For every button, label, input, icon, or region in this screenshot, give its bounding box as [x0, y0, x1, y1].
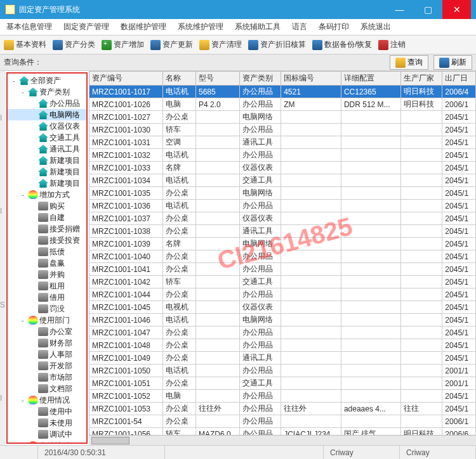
expand-icon[interactable]: - [19, 191, 27, 198]
toolbar-4[interactable]: 资产清理 [199, 39, 242, 50]
asset-grid[interactable]: CI21614825 资产编号名称型号资产类别国标编号详细配置生产厂家出厂日MR… [89, 71, 476, 435]
expand-icon[interactable]: - [19, 89, 27, 96]
expand-icon[interactable]: + [19, 443, 27, 444]
col-header[interactable]: 名称 [163, 72, 196, 86]
tree-node-5[interactable]: 交通工具 [8, 132, 86, 143]
horizontal-scrollbar[interactable] [89, 435, 476, 445]
menu-item-7[interactable]: 系统退出 [360, 22, 391, 32]
tree-node-2[interactable]: 办公用品 [8, 98, 86, 109]
expand-icon[interactable]: - [19, 397, 27, 404]
table-row[interactable]: MRZC1001-1032电话机办公用品2045/1 [89, 149, 476, 162]
table-row[interactable]: MRZC1001-1039名牌电脑网络2045/1 [89, 238, 476, 250]
menu-item-2[interactable]: 数据维护管理 [121, 22, 166, 32]
tree-node-28[interactable]: -使用情况 [8, 394, 86, 406]
tree-node-29[interactable]: 使用中 [8, 406, 86, 417]
close-button[interactable]: ✕ [442, 0, 471, 19]
refresh-button[interactable]: 刷新 [433, 55, 472, 70]
tree-node-16[interactable]: 盘赢 [8, 257, 86, 269]
tree-node-25[interactable]: 开发部 [8, 360, 86, 372]
maximize-button[interactable]: ▢ [414, 0, 442, 19]
toolbar-3[interactable]: 资产更新 [150, 39, 193, 50]
table-row[interactable]: MRZC1001-1044办公桌办公用品2045/1 [89, 288, 476, 301]
toolbar-5[interactable]: 资产折旧核算 [248, 39, 306, 50]
tree-node-8[interactable]: 新建项目 [8, 166, 86, 178]
col-header[interactable]: 出厂日 [442, 72, 476, 86]
table-row[interactable]: MRZC1001-1045电视机仪器仪表2045/1 [89, 301, 476, 314]
table-row[interactable]: MRZC1001-1048办公桌办公用品2045/1 [89, 339, 476, 352]
menu-item-1[interactable]: 固定资产管理 [63, 22, 109, 32]
table-row[interactable]: MRZC1001-1052电脑办公用品2045/1 [89, 390, 476, 403]
tree-node-26[interactable]: 市场部 [8, 372, 86, 383]
tree-node-13[interactable]: 接受捐赠 [8, 223, 86, 235]
col-header[interactable]: 型号 [195, 72, 239, 86]
toolbar-0[interactable]: 基本资料 [4, 39, 46, 50]
col-header[interactable]: 资产类别 [239, 72, 281, 86]
menu-item-6[interactable]: 条码打印 [319, 22, 349, 32]
menu-item-0[interactable]: 基本信息管理 [6, 22, 52, 32]
expand-icon[interactable]: - [19, 317, 27, 324]
table-row[interactable]: MRZC1001-1026电脑P4 2.0办公用品ZMDDR 512 M...明… [89, 98, 476, 111]
toolbar-2[interactable]: 资产增加 [102, 39, 144, 50]
tree-node-32[interactable]: +存放地點 [8, 440, 86, 444]
query-button[interactable]: 查询 [390, 55, 428, 70]
toolbar-7[interactable]: 注销 [378, 39, 406, 50]
tree-node-18[interactable]: 租用 [8, 280, 86, 292]
menu-item-3[interactable]: 系统维护管理 [178, 22, 223, 32]
tree-node-14[interactable]: 接受投资 [8, 235, 86, 246]
menu-item-4[interactable]: 系统辅助工具 [235, 22, 281, 32]
tree-node-21[interactable]: -使用部门 [8, 314, 86, 326]
tree-node-17[interactable]: 并购 [8, 269, 86, 280]
table-row[interactable]: MRZC1001-1040办公桌办公用品2045/1 [89, 250, 476, 263]
tree-node-4[interactable]: 仪器仪表 [8, 120, 86, 132]
tree-node-31[interactable]: 调试中 [8, 429, 86, 440]
tree-node-10[interactable]: -增加方式 [8, 189, 86, 200]
table-row[interactable]: MRZC1001-1046电话机电脑网络2045/1 [89, 314, 476, 326]
tree-node-11[interactable]: 购买 [8, 200, 86, 212]
tree-node-6[interactable]: 通讯工具 [8, 143, 86, 155]
col-header[interactable]: 资产编号 [89, 72, 163, 86]
tree-node-20[interactable]: 罚没 [8, 303, 86, 314]
table-row[interactable]: MRZC1001-1053办公桌往往外办公用品往往外adeaaes 4...往往… [89, 403, 476, 415]
table-row[interactable]: MRZC1001-1056轿车MAZD6.0办公用品JCIACJLJ234国产 … [89, 428, 476, 436]
col-header[interactable]: 国标编号 [281, 72, 341, 86]
toolbar-6[interactable]: 数据备份/恢复 [312, 39, 372, 50]
col-header[interactable]: 生产厂家 [400, 72, 442, 86]
table-row[interactable]: MRZC1001-1041办公桌办公用品2045/1 [89, 263, 476, 276]
menu-item-5[interactable]: 语言 [292, 22, 307, 32]
table-row[interactable]: MRZC1001-1037办公桌仪器仪表2045/1 [89, 212, 476, 225]
expand-icon[interactable]: - [10, 77, 18, 84]
tree-node-24[interactable]: 人事部 [8, 349, 86, 360]
table-row[interactable]: MRZC1001-1038办公桌通讯工具2045/1 [89, 225, 476, 238]
table-row[interactable]: MRZC1001-1047办公桌办公用品2045/1 [89, 326, 476, 339]
asset-tree[interactable]: -全部资产-资产类别办公用品电脑网络仪器仪表交通工具通讯工具新建项目新建项目新建… [6, 72, 88, 444]
table-row[interactable]: MRZC1001-1051办公桌交通工具2001/1 [89, 377, 476, 390]
tree-node-9[interactable]: 新建项目 [8, 178, 86, 189]
table-row[interactable]: MRZC1001-1049办公桌通讯工具2045/1 [89, 352, 476, 365]
table-row[interactable]: MRZC1001-1030轿车办公用品2045/1 [89, 124, 476, 136]
col-header[interactable]: 详细配置 [341, 72, 400, 86]
tree-node-27[interactable]: 文档部 [8, 383, 86, 394]
tree-node-22[interactable]: 办公室 [8, 326, 86, 337]
table-row[interactable]: MRZC1001-1035办公桌电脑网络2045/1 [89, 187, 476, 200]
tree-node-3[interactable]: 电脑网络 [8, 109, 86, 120]
table-row[interactable]: MRZC1001-1027办公桌电脑网络2045/1 [89, 111, 476, 124]
tree-node-0[interactable]: -全部资产 [8, 75, 86, 86]
tree-node-23[interactable]: 财务部 [8, 337, 86, 349]
table-row[interactable]: MRZC1001-1031空调通讯工具2045/1 [89, 136, 476, 149]
table-row[interactable]: MRZC1001-1042轿车交通工具2045/1 [89, 276, 476, 288]
tree-node-1[interactable]: -资产类别 [8, 86, 86, 98]
tree-node-30[interactable]: 未使用 [8, 417, 86, 429]
table-row[interactable]: MRZC1001-1033名牌仪器仪表2045/1 [89, 162, 476, 174]
table-row[interactable]: MRZC1001-1036电话机办公用品2045/1 [89, 200, 476, 212]
table-row[interactable]: MRZC1001-1034电话机交通工具2045/1 [89, 174, 476, 187]
table-row[interactable]: MRZC1001-1050电话机办公用品2001/1 [89, 365, 476, 377]
minimize-button[interactable]: — [385, 0, 414, 19]
toolbar-1[interactable]: 资产分类 [53, 39, 95, 50]
tree-node-7[interactable]: 新建项目 [8, 155, 86, 166]
tree-node-12[interactable]: 自建 [8, 212, 86, 223]
table-row[interactable]: MRZC1001-1017电话机5685办公用品4521CC12365明日科技2… [89, 86, 476, 98]
tree-node-19[interactable]: 借用 [8, 292, 86, 303]
scrollbar-thumb[interactable] [91, 437, 129, 444]
table-row[interactable]: MRZC1001-54办公桌办公用品2006/1 [89, 415, 476, 428]
tree-node-15[interactable]: 抵债 [8, 246, 86, 257]
